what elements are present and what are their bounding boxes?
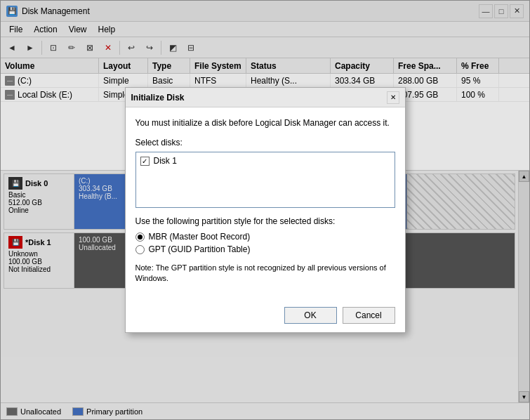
gpt-label: GPT (GUID Partition Table) bbox=[149, 244, 251, 254]
dialog-overlay: Initialize Disk ✕ You must initialize a … bbox=[0, 0, 530, 420]
dialog-close-button[interactable]: ✕ bbox=[387, 91, 399, 104]
dialog-body: You must initialize a disk before Logica… bbox=[126, 107, 405, 301]
dialog-note: Note: The GPT partition style is not rec… bbox=[135, 263, 395, 284]
window: 💾 Disk Management — □ ✕ File Action View… bbox=[0, 0, 530, 420]
ok-button[interactable]: OK bbox=[284, 307, 337, 324]
dialog-description: You must initialize a disk before Logica… bbox=[135, 117, 395, 129]
disk-1-checkbox[interactable] bbox=[140, 157, 150, 166]
list-item[interactable]: Disk 1 bbox=[139, 155, 392, 166]
disk-1-list-label: Disk 1 bbox=[154, 156, 177, 166]
partition-style-label: Use the following partition style for th… bbox=[135, 216, 395, 226]
initialize-disk-dialog: Initialize Disk ✕ You must initialize a … bbox=[125, 87, 406, 333]
mbr-label: MBR (Master Boot Record) bbox=[149, 232, 251, 242]
dialog-title-bar: Initialize Disk ✕ bbox=[126, 88, 405, 107]
disk-list[interactable]: Disk 1 bbox=[135, 152, 395, 208]
select-disks-label: Select disks: bbox=[135, 138, 395, 147]
mbr-radio[interactable] bbox=[135, 232, 145, 242]
gpt-option[interactable]: GPT (GUID Partition Table) bbox=[135, 244, 395, 254]
dialog-footer: OK Cancel bbox=[126, 301, 405, 332]
mbr-option[interactable]: MBR (Master Boot Record) bbox=[135, 232, 395, 242]
partition-style-options: MBR (Master Boot Record) GPT (GUID Parti… bbox=[135, 232, 395, 254]
gpt-radio[interactable] bbox=[135, 245, 145, 254]
cancel-button[interactable]: Cancel bbox=[343, 307, 395, 324]
dialog-title: Initialize Disk bbox=[131, 93, 185, 103]
